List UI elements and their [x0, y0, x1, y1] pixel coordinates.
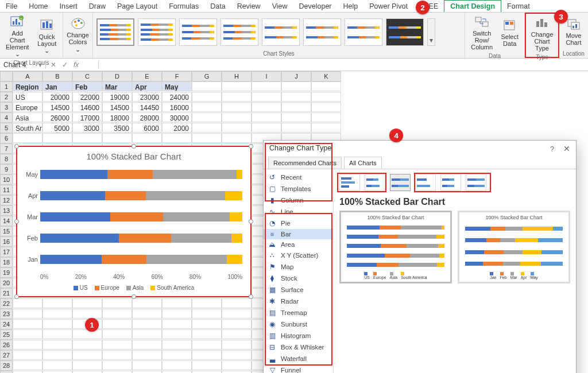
group-chart-styles: Chart Styles: [96, 49, 461, 57]
switch-icon: [474, 15, 490, 29]
svg-point-14: [75, 24, 78, 26]
type-histogram[interactable]: ▥Histogram: [264, 330, 333, 341]
preview-2[interactable]: 100% Stacked Bar Chart JanFebMarAprMay: [458, 211, 570, 283]
change-chart-type-dialog: Change Chart Type ?✕ Recommended Charts …: [263, 140, 577, 373]
svg-rect-9: [49, 24, 52, 28]
subtype-100-stacked-bar[interactable]: [390, 174, 411, 191]
type-boxwhisker[interactable]: ⊟Box & Whisker: [264, 341, 333, 353]
type-area[interactable]: ⛰Area: [264, 239, 333, 250]
type-stock[interactable]: ⧫Stock: [264, 273, 333, 284]
fx-icon[interactable]: fx: [74, 61, 79, 69]
tab-recommended-charts[interactable]: Recommended Charts: [268, 157, 342, 169]
select-data-icon: [502, 18, 518, 32]
close-icon[interactable]: ✕: [563, 144, 570, 153]
tab-developer[interactable]: Developer: [293, 1, 338, 12]
subtype-stacked-bar[interactable]: [365, 174, 385, 191]
type-surface[interactable]: ▦Surface: [264, 284, 333, 296]
subtype-3d-clustered-bar[interactable]: [415, 174, 436, 191]
chart-title[interactable]: 100% Stacked Bar Chart: [17, 147, 250, 164]
type-map[interactable]: ⚑Map: [264, 261, 333, 273]
svg-rect-21: [540, 19, 543, 27]
type-templates[interactable]: ▢Templates: [264, 183, 333, 195]
tab-file[interactable]: File: [0, 1, 23, 12]
callout-1: 1: [85, 318, 99, 332]
type-column[interactable]: ▮Column: [264, 195, 333, 206]
tab-view[interactable]: View: [266, 1, 293, 12]
style-4[interactable]: [220, 18, 258, 46]
tab-pagelayout[interactable]: Page Layout: [111, 1, 163, 12]
move-chart-icon: [566, 17, 582, 31]
chart-styles-gallery[interactable]: ▾: [96, 14, 461, 49]
subtype-3d-100-stacked-bar[interactable]: [466, 174, 486, 191]
tab-chartdesign[interactable]: Chart Design: [444, 0, 501, 12]
change-colors-button[interactable]: Change Colors ⌄: [64, 15, 91, 53]
type-sunburst[interactable]: ◉Sunburst: [264, 318, 333, 330]
change-chart-type-button[interactable]: Change Chart Type: [529, 15, 556, 53]
style-3[interactable]: [179, 18, 217, 46]
type-bar[interactable]: ≡Bar: [264, 229, 333, 239]
add-chart-element-button[interactable]: + Add Chart Element ⌄: [3, 14, 31, 59]
style-2[interactable]: [138, 18, 176, 46]
style-6[interactable]: [303, 18, 341, 46]
type-pie[interactable]: ◔Pie: [264, 217, 333, 229]
subtype-clustered-bar[interactable]: [339, 174, 360, 191]
name-box[interactable]: Chart 4▾: [0, 61, 46, 69]
switch-row-column-button[interactable]: Switch Row/ Column: [469, 14, 495, 52]
dialog-help-icon[interactable]: ?: [550, 145, 554, 153]
svg-rect-19: [510, 22, 513, 25]
gallery-more-icon[interactable]: ▾: [427, 18, 435, 46]
confirm-icon[interactable]: ✓: [62, 61, 68, 69]
svg-point-12: [78, 20, 80, 22]
legend[interactable]: USEuropeAsiaSouth America: [17, 281, 250, 291]
callout-4: 4: [389, 129, 403, 142]
subtype-3d-stacked-bar[interactable]: [440, 174, 461, 191]
resize-handle[interactable]: [249, 144, 253, 149]
plot-area[interactable]: MayAprMarFebJan: [17, 164, 250, 273]
group-location: Location: [563, 49, 585, 57]
quick-layout-button[interactable]: Quick Layout ⌄: [34, 17, 59, 55]
tab-review[interactable]: Review: [231, 1, 266, 12]
svg-rect-7: [42, 22, 45, 28]
tab-home[interactable]: Home: [23, 1, 53, 12]
svg-rect-3: [18, 22, 20, 25]
resize-handle[interactable]: [131, 294, 136, 299]
tab-format[interactable]: Format: [501, 1, 536, 12]
preview-row: 100% Stacked Bar Chart USEuropeAsiaSouth…: [339, 211, 570, 283]
style-7[interactable]: [345, 18, 382, 46]
tab-draw[interactable]: Draw: [83, 1, 111, 12]
tab-powerpivot[interactable]: Power Pivot: [363, 1, 413, 12]
chart-type-list: ↺Recent▢Templates▮Column∿Line◔Pie≡Bar⛰Ar…: [264, 169, 334, 373]
resize-handle[interactable]: [14, 294, 19, 299]
tab-all-charts[interactable]: All Charts: [344, 157, 382, 169]
tab-help[interactable]: Help: [338, 1, 364, 12]
select-data-button[interactable]: Select Data: [498, 17, 521, 48]
tab-data[interactable]: Data: [204, 1, 231, 12]
style-1[interactable]: [96, 18, 134, 46]
style-8[interactable]: [386, 18, 424, 46]
type-line[interactable]: ∿Line: [264, 206, 333, 217]
group-data: Data: [469, 52, 521, 59]
style-5[interactable]: [262, 18, 300, 46]
type-funnel[interactable]: ▽Funnel: [264, 364, 333, 373]
svg-rect-8: [46, 21, 48, 28]
resize-handle[interactable]: [131, 144, 136, 149]
callout-2: 2: [416, 1, 430, 14]
tab-formulas[interactable]: Formulas: [163, 1, 204, 12]
type-recent[interactable]: ↺Recent: [264, 172, 333, 183]
type-xyscatter[interactable]: ∴X Y (Scatter): [264, 250, 333, 261]
type-waterfall[interactable]: ▃Waterfall: [264, 353, 333, 364]
svg-point-13: [80, 22, 83, 24]
dialog-title: Change Chart Type: [269, 144, 331, 153]
palette-icon: [70, 17, 86, 30]
preview-1[interactable]: 100% Stacked Bar Chart USEuropeAsiaSouth…: [339, 211, 452, 283]
chart-element-icon: +: [9, 15, 25, 29]
resize-handle[interactable]: [249, 294, 253, 299]
ribbon-tabs: File Home Insert Draw Page Layout Formul…: [0, 0, 588, 13]
type-treemap[interactable]: ▤Treemap: [264, 307, 333, 318]
type-radar[interactable]: ✱Radar: [264, 296, 333, 307]
x-axis: 0%20%40%60%80%100%: [17, 273, 250, 281]
cancel-icon[interactable]: ✕: [51, 61, 56, 69]
resize-handle[interactable]: [14, 144, 19, 149]
chart-object[interactable]: 100% Stacked Bar Chart MayAprMarFebJan 0…: [16, 146, 252, 297]
tab-insert[interactable]: Insert: [54, 1, 83, 12]
